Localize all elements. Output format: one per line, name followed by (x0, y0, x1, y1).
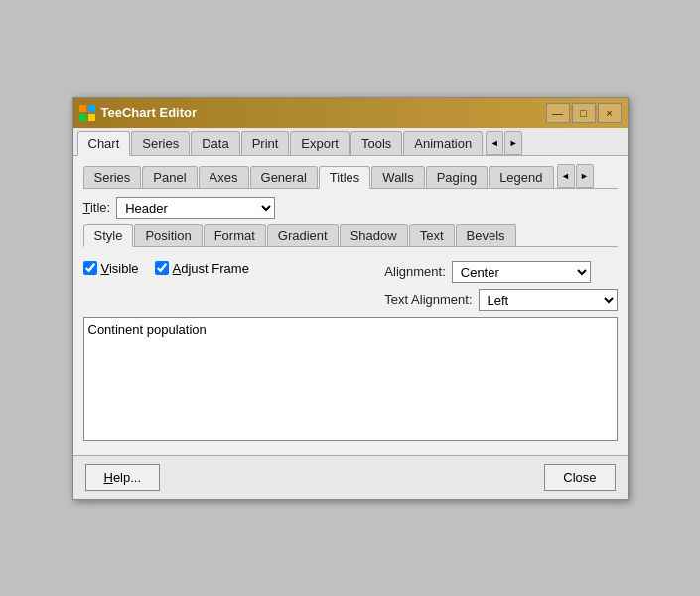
inner-tab-series[interactable]: Series (83, 166, 142, 188)
tab-export[interactable]: Export (290, 131, 350, 155)
right-controls: Alignment: Left Center Right Text Alignm… (384, 261, 617, 311)
title-label-underline: T (83, 200, 90, 215)
bottom-bar: Help... Close (73, 455, 628, 499)
inner-tab-scroll-next[interactable]: ► (576, 164, 594, 188)
inner-tab-walls[interactable]: Walls (371, 166, 424, 188)
tab-data[interactable]: Data (191, 131, 239, 155)
help-underline: H (104, 470, 113, 485)
visible-underline: V (101, 261, 109, 276)
controls-row: Visible Adjust Frame Alignment: L (83, 261, 618, 311)
close-button-bottom[interactable]: Close (544, 464, 615, 491)
title-textarea[interactable]: Continent population (84, 318, 617, 437)
style-tab-position[interactable]: Position (134, 224, 202, 246)
tab-chart[interactable]: Chart (77, 131, 131, 156)
adjust-frame-label: Adjust Frame (173, 261, 249, 276)
outer-tab-scroll-next[interactable]: ► (504, 131, 522, 155)
style-tab-style[interactable]: Style (83, 224, 134, 247)
outer-tab-scroll: ◄ ► (486, 131, 522, 155)
adjust-frame-checkbox[interactable] (155, 261, 169, 275)
adjust-frame-checkbox-label[interactable]: Adjust Frame (155, 261, 249, 276)
content-area: Series Panel Axes General Titles Walls P… (73, 156, 628, 455)
close-button[interactable]: × (598, 103, 622, 123)
tab-tools[interactable]: Tools (350, 131, 402, 155)
alignment-row: Alignment: Left Center Right (384, 261, 617, 283)
title-bar: TeeChart Editor — □ × (73, 98, 628, 128)
text-area-wrapper: Continent population (83, 317, 618, 441)
tab-series[interactable]: Series (131, 131, 190, 155)
svg-rect-0 (79, 105, 86, 112)
outer-tab-bar: Chart Series Data Print Export Tools Ani… (73, 128, 628, 156)
adjust-frame-underline: A (173, 261, 182, 276)
style-tab-text[interactable]: Text (409, 224, 455, 246)
text-alignment-select[interactable]: Left Center Right (479, 289, 618, 311)
inner-tab-legend[interactable]: Legend (489, 166, 553, 188)
style-tab-shadow[interactable]: Shadow (340, 224, 408, 246)
inner-tab-panel[interactable]: Panel (142, 166, 197, 188)
visible-label: Visible (101, 261, 139, 276)
inner-tab-paging[interactable]: Paging (426, 166, 488, 188)
visible-checkbox[interactable] (83, 261, 97, 275)
text-alignment-row: Text Alignment: Left Center Right (384, 289, 617, 311)
style-content: Visible Adjust Frame Alignment: L (83, 255, 618, 447)
inner-tab-axes[interactable]: Axes (199, 166, 249, 188)
main-window: TeeChart Editor — □ × Chart Series Data … (72, 97, 629, 500)
inner-tab-bar: Series Panel Axes General Titles Walls P… (83, 164, 618, 189)
style-tab-gradient[interactable]: Gradient (267, 224, 339, 246)
visible-checkbox-label[interactable]: Visible (83, 261, 139, 276)
window-title: TeeChart Editor (101, 105, 540, 120)
app-icon (79, 105, 95, 121)
style-tab-format[interactable]: Format (204, 224, 266, 246)
title-select[interactable]: Header Footer Left Right (116, 197, 275, 219)
left-checkboxes: Visible Adjust Frame (83, 261, 249, 276)
help-button[interactable]: Help... (85, 464, 161, 491)
title-label-rest: itle: (90, 200, 110, 215)
inner-tab-general[interactable]: General (250, 166, 318, 188)
svg-rect-2 (79, 114, 86, 121)
inner-tab-scroll-prev[interactable]: ◄ (557, 164, 575, 188)
title-label: Title: (83, 200, 111, 215)
minimize-button[interactable]: — (546, 103, 570, 123)
alignment-label: Alignment: (384, 264, 445, 279)
text-alignment-label: Text Alignment: (384, 292, 472, 307)
style-tab-bevels[interactable]: Bevels (456, 224, 516, 246)
adjust-frame-rest: djust Frame (181, 261, 249, 276)
tab-animation[interactable]: Animation (403, 131, 483, 155)
svg-rect-1 (88, 105, 95, 112)
help-rest: elp... (113, 470, 141, 485)
alignment-select[interactable]: Left Center Right (452, 261, 591, 283)
svg-rect-3 (88, 114, 95, 121)
maximize-button[interactable]: □ (572, 103, 596, 123)
inner-tab-titles[interactable]: Titles (319, 166, 371, 189)
visible-rest: isible (109, 261, 139, 276)
style-tab-bar: Style Position Format Gradient Shadow Te… (83, 224, 618, 247)
window-controls: — □ × (546, 103, 622, 123)
outer-tab-scroll-prev[interactable]: ◄ (486, 131, 503, 155)
title-row: Title: Header Footer Left Right (83, 197, 618, 219)
inner-tab-scroll: ◄ ► (557, 164, 594, 188)
tab-print[interactable]: Print (241, 131, 290, 155)
